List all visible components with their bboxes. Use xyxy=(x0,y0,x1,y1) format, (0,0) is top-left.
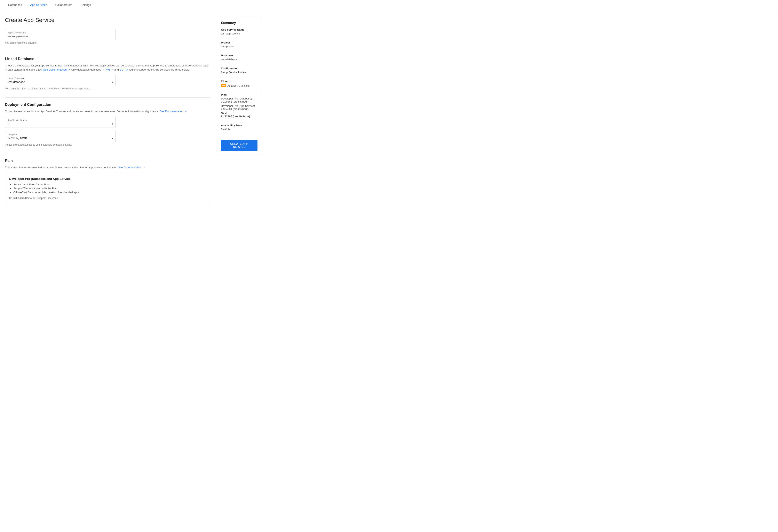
compute-value: 8vCPUs, 16GB xyxy=(8,137,27,140)
app-service-name-input[interactable] xyxy=(8,35,113,38)
summary-project-label: Project xyxy=(221,41,257,44)
linked-database-value: test-database xyxy=(8,80,25,84)
summary-app-service-name-label: App Service Name xyxy=(221,28,257,31)
create-app-service-button[interactable]: CREATE APP SERVICE xyxy=(221,140,257,151)
app-service-name-field: App Service Name xyxy=(5,29,116,40)
linked-database-section: Linked Database Choose the database for … xyxy=(5,57,210,90)
summary-cloud: Cloud aws US East (N. Virginia) xyxy=(221,80,257,90)
chevron-down-icon: ▾ xyxy=(112,81,113,83)
chevron-down-icon-nodes: ▾ xyxy=(112,122,113,125)
plan-box-title: Developer Pro (Database and App Service) xyxy=(9,177,206,180)
plan-box: Developer Pro (Database and App Service)… xyxy=(5,173,210,204)
nav-tabs: DatabasesApp ServicesCollaboratorsSettin… xyxy=(0,0,778,10)
app-service-name-label: App Service Name xyxy=(8,31,113,34)
aws-link[interactable]: AWS ↗ xyxy=(105,68,114,71)
summary-plan-db-rate: 3.198861 (credits/hour) xyxy=(221,100,257,103)
summary-cloud-region: US East (N. Virginia) xyxy=(227,84,249,87)
compute-hint: Please select a database to see a availa… xyxy=(5,143,210,146)
summary-database: Database test-database xyxy=(221,54,257,64)
summary-configuration: Configuration 2 App Service Nodes xyxy=(221,67,257,77)
deployment-config-section: Deployment Configuration Customize resou… xyxy=(5,102,210,146)
linked-db-see-docs[interactable]: See Documentation. ↗ xyxy=(43,68,70,71)
summary-sidebar: Summary App Service Name test-app-servic… xyxy=(217,17,262,211)
summary-plan-db-label: Developer Pro (Database) xyxy=(221,97,257,100)
summary-availability-zone-label: Availability Zone xyxy=(221,124,257,127)
summary-database-value: test-database xyxy=(221,58,257,61)
deployment-config-desc: Customize resources for your App Service… xyxy=(5,109,210,113)
app-service-name-section: App Service Name You can rename this any… xyxy=(5,29,210,44)
summary-plan-total-label: Total xyxy=(221,112,257,115)
plan-feature-item: Support Tier associated with the Plan xyxy=(13,187,206,190)
app-service-nodes-dropdown[interactable]: App Service Nodes 2 ▾ xyxy=(5,117,116,128)
summary-plan: Plan Developer Pro (Database) 3.198861 (… xyxy=(221,93,257,121)
chevron-down-icon-compute: ▾ xyxy=(112,137,113,140)
plan-feature-item: Offline-First Sync for mobile, desktop &… xyxy=(13,191,206,194)
summary-cloud-value: aws US East (N. Virginia) xyxy=(221,84,249,87)
plan-title: Plan xyxy=(5,159,210,163)
nodes-value: 2 xyxy=(8,122,9,125)
plan-feature-item: Server capabilities for the Plan xyxy=(13,183,206,186)
plan-pricing: 8.192865 (credits/hour) • Support Time Z… xyxy=(9,197,206,199)
linked-db-desc-part2: Only databases deployed in xyxy=(71,68,105,71)
deployment-config-title: Deployment Configuration xyxy=(5,102,210,107)
linked-database-dropdown[interactable]: Linked Database test-database ▾ xyxy=(5,75,116,86)
summary-configuration-label: Configuration xyxy=(221,67,257,70)
linked-database-dropdown-label: Linked Database xyxy=(8,77,113,80)
linked-database-hint: You can only select databases that are a… xyxy=(5,87,210,90)
nodes-label: App Service Nodes xyxy=(8,119,113,121)
summary-title: Summary xyxy=(221,21,257,25)
summary-plan-app-label: Developer Pro (App Service) xyxy=(221,104,257,107)
main-content: Create App Service App Service Name You … xyxy=(5,17,210,211)
summary-panel: Summary App Service Name test-app-servic… xyxy=(217,17,262,155)
linked-database-title: Linked Database xyxy=(5,57,210,61)
summary-cloud-label: Cloud xyxy=(221,80,257,83)
summary-availability-zone: Availability Zone Multiple xyxy=(221,124,257,134)
summary-database-label: Database xyxy=(221,54,257,57)
compute-label: Compute xyxy=(8,133,113,136)
nav-tab-settings[interactable]: Settings xyxy=(77,0,95,10)
summary-app-service-name: App Service Name test-app-service xyxy=(221,28,257,38)
linked-database-description: Choose the database for your app service… xyxy=(5,64,210,72)
page-title: Create App Service xyxy=(5,17,210,23)
plan-see-docs[interactable]: See Documentation. ↗ xyxy=(118,166,145,169)
deployment-see-docs[interactable]: See Documentation. ↗ xyxy=(160,110,187,113)
plan-description: This is the plan for the selected databa… xyxy=(5,166,210,170)
nav-tab-collaborators[interactable]: Collaborators xyxy=(51,0,76,10)
summary-project-value: test-project xyxy=(221,45,257,48)
compute-dropdown[interactable]: Compute 8vCPUs, 16GB ▾ xyxy=(5,131,116,142)
summary-configuration-value: 2 App Service Nodes xyxy=(221,71,257,74)
linked-db-desc-part3: regions supported by App services are li… xyxy=(129,68,190,71)
summary-plan-total-rate: 8.192865 (credits/hour) xyxy=(221,115,257,118)
plan-features-list: Server capabilities for the PlanSupport … xyxy=(9,183,206,194)
nav-tab-databases[interactable]: Databases xyxy=(4,0,26,10)
app-service-name-hint: You can rename this anytime. xyxy=(5,41,210,44)
plan-section: Plan This is the plan for the selected d… xyxy=(5,159,210,204)
summary-app-service-name-value: test-app-service xyxy=(221,32,257,35)
summary-plan-app-rate: 4.994004 (credits/hour) xyxy=(221,107,257,110)
summary-availability-zone-value: Multiple xyxy=(221,128,257,131)
nav-tab-app-services[interactable]: App Services xyxy=(26,0,51,10)
summary-plan-label: Plan xyxy=(221,93,257,96)
summary-project: Project test-project xyxy=(221,41,257,51)
gcp-link[interactable]: GCP ↗ xyxy=(120,68,129,71)
aws-logo-icon: aws xyxy=(221,84,226,87)
